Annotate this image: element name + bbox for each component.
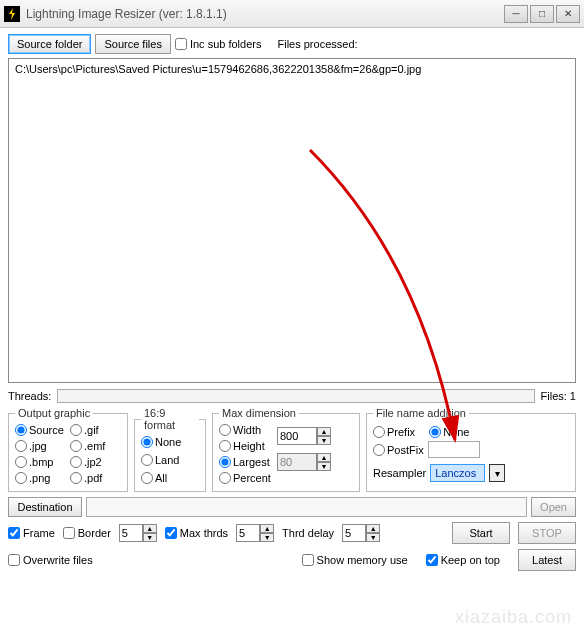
radio-percent[interactable]: Percent (219, 472, 271, 484)
max-dim-value2[interactable]: ▲▼ (277, 453, 331, 471)
threads-row: Threads: Files: 1 (8, 389, 576, 403)
max-thrds-spinner[interactable]: ▲▼ (236, 524, 274, 542)
resampler-select[interactable]: Lanczos (430, 464, 485, 482)
overwrite-checkbox[interactable]: Overwrite files (8, 554, 93, 566)
frame-checkbox[interactable]: Frame (8, 527, 55, 539)
destination-field[interactable] (86, 497, 527, 517)
radio-169-all[interactable]: All (141, 472, 199, 484)
source-files-button[interactable]: Source files (95, 34, 170, 54)
thrd-delay-spinner[interactable]: ▲▼ (342, 524, 380, 542)
radio-gif[interactable]: .gif (70, 424, 121, 436)
titlebar: Lightning Image Resizer (ver: 1.8.1.1) ─… (0, 0, 584, 28)
resampler-label: Resampler (373, 467, 426, 479)
radio-jpg[interactable]: .jpg (15, 440, 66, 452)
radio-prefix[interactable]: Prefix (373, 426, 415, 438)
border-checkbox[interactable]: Border (63, 527, 111, 539)
max-dim-value1[interactable]: ▲▼ (277, 427, 331, 445)
radio-fna-none[interactable]: None (429, 426, 469, 438)
file-name-addition-group: File name addition Prefix None PostFix R… (366, 407, 576, 492)
radio-source[interactable]: Source (15, 424, 66, 436)
minimize-button[interactable]: ─ (504, 5, 528, 23)
radio-largest[interactable]: Largest (219, 456, 271, 468)
top-toolbar: Source folder Source files Inc sub folde… (8, 34, 576, 54)
format-169-group: 16:9 format None Land All (134, 407, 206, 492)
resampler-dropdown-icon[interactable]: ▾ (489, 464, 505, 482)
output-graphic-group: Output graphic Source .gif .jpg .emf .bm… (8, 407, 128, 492)
radio-pdf[interactable]: .pdf (70, 472, 121, 484)
down-arrow-icon[interactable]: ▼ (317, 462, 331, 471)
window-controls: ─ □ ✕ (504, 5, 580, 23)
threads-progress (57, 389, 534, 403)
close-button[interactable]: ✕ (556, 5, 580, 23)
maximize-button[interactable]: □ (530, 5, 554, 23)
radio-bmp[interactable]: .bmp (15, 456, 66, 468)
radio-png[interactable]: .png (15, 472, 66, 484)
radio-width[interactable]: Width (219, 424, 271, 436)
file-list[interactable]: C:\Users\pc\Pictures\Saved Pictures\u=15… (8, 58, 576, 383)
keep-on-top-checkbox[interactable]: Keep on top (426, 554, 500, 566)
border-spinner[interactable]: ▲▼ (119, 524, 157, 542)
postfix-input[interactable] (428, 441, 480, 458)
watermark: xiazaiba.com (455, 607, 572, 628)
inc-sub-folders-checkbox[interactable]: Inc sub folders (175, 38, 262, 50)
app-icon (4, 6, 20, 22)
start-button[interactable]: Start (452, 522, 510, 544)
up-arrow-icon[interactable]: ▲ (317, 453, 331, 462)
window-title: Lightning Image Resizer (ver: 1.8.1.1) (26, 7, 504, 21)
radio-height[interactable]: Height (219, 440, 271, 452)
files-count: Files: 1 (541, 390, 576, 402)
destination-button[interactable]: Destination (8, 497, 82, 517)
source-folder-button[interactable]: Source folder (8, 34, 91, 54)
radio-postfix[interactable]: PostFix (373, 444, 424, 456)
threads-label: Threads: (8, 390, 51, 402)
show-memory-checkbox[interactable]: Show memory use (302, 554, 408, 566)
max-dimension-group: Max dimension Width Height Largest Perce… (212, 407, 360, 492)
up-arrow-icon[interactable]: ▲ (317, 427, 331, 436)
radio-169-none[interactable]: None (141, 436, 199, 448)
files-processed-label: Files processed: (277, 38, 357, 50)
open-button[interactable]: Open (531, 497, 576, 517)
radio-169-land[interactable]: Land (141, 454, 199, 466)
latest-button[interactable]: Latest (518, 549, 576, 571)
list-item[interactable]: C:\Users\pc\Pictures\Saved Pictures\u=15… (15, 63, 569, 75)
radio-jp2[interactable]: .jp2 (70, 456, 121, 468)
down-arrow-icon[interactable]: ▼ (317, 436, 331, 445)
thrd-delay-label: Thrd delay (282, 527, 334, 539)
stop-button[interactable]: STOP (518, 522, 576, 544)
max-thrds-checkbox[interactable]: Max thrds (165, 527, 228, 539)
radio-emf[interactable]: .emf (70, 440, 121, 452)
